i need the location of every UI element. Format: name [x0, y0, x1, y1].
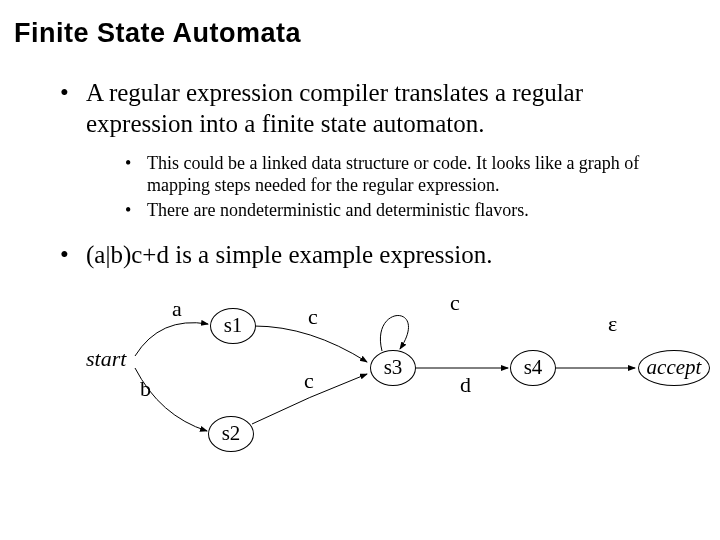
bullet-1a: This could be a linked data structure or… — [125, 152, 670, 197]
node-accept: accept — [638, 350, 710, 386]
node-s2: s2 — [208, 416, 254, 452]
bullet-1: A regular expression compiler translates… — [60, 77, 670, 140]
bullet-1b: There are nondeterministic and determini… — [125, 199, 670, 222]
node-s3: s3 — [370, 350, 416, 386]
edge-c1-label: c — [308, 304, 318, 330]
edge-b-label: b — [140, 376, 151, 402]
edge-c2-label: c — [304, 368, 314, 394]
slide-title: Finite State Automata — [0, 0, 720, 49]
edge-d-label: d — [460, 372, 471, 398]
node-s4: s4 — [510, 350, 556, 386]
edge-cloop-label: c — [450, 290, 460, 316]
node-start: start — [86, 346, 126, 372]
edge-eps-label: ε — [608, 311, 617, 337]
slide-content: A regular expression compiler translates… — [0, 49, 720, 476]
node-s1: s1 — [210, 308, 256, 344]
sub-bullets: This could be a linked data structure or… — [60, 152, 670, 222]
edge-a-label: a — [172, 296, 182, 322]
bullet-2: (a|b)c+d is a simple example expression. — [60, 239, 670, 270]
fsa-diagram: start s1 s2 s3 s4 accept a b c c c d ε — [80, 276, 720, 476]
